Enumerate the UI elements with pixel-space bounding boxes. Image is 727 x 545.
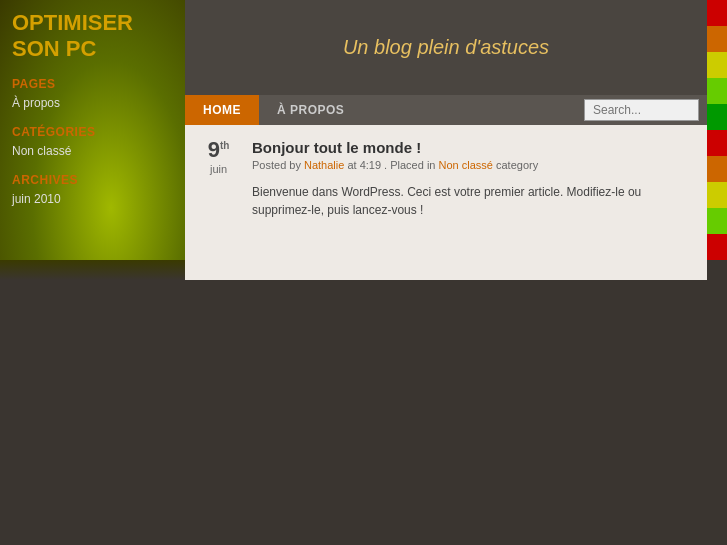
sidebar: OPTIMISER SON PC PAGES À propos CATÉGORI…	[0, 0, 185, 260]
nav-apropos[interactable]: À PROPOS	[259, 95, 362, 125]
sidebar-link-juin2010[interactable]: juin 2010	[12, 191, 173, 207]
site-title: OPTIMISER SON PC	[12, 10, 173, 63]
sidebar-link-apropos[interactable]: À propos	[12, 95, 173, 111]
sidebar-link-non-classe[interactable]: Non classé	[12, 143, 173, 159]
blog-subtitle: Un blog plein d'astuces	[343, 36, 549, 59]
categories-section-title: CATÉGORIES	[12, 125, 173, 139]
post-date-day: 9th	[201, 139, 236, 161]
bottom-area	[0, 280, 727, 545]
archives-section-title: ARCHIVES	[12, 173, 173, 187]
post-date-month: juin	[201, 163, 236, 175]
post-body: Bienvenue dans WordPress. Ceci est votre…	[252, 183, 691, 219]
search-input[interactable]	[584, 99, 699, 121]
post-meta: Posted by Nathalie at 4:19 . Placed in N…	[252, 159, 538, 171]
pages-section-title: PAGES	[12, 77, 173, 91]
post-date: 9th juin	[201, 139, 236, 175]
post-category-link[interactable]: Non classé	[439, 159, 493, 171]
navbar: HOME À PROPOS	[185, 95, 707, 125]
post-title-meta: Bonjour tout le monde ! Posted by Nathal…	[252, 139, 538, 171]
post-title: Bonjour tout le monde !	[252, 139, 538, 156]
nav-home[interactable]: HOME	[185, 95, 259, 125]
search-box	[584, 99, 699, 121]
decorative-stripes	[707, 0, 727, 260]
sidebar-bottom	[0, 260, 185, 280]
header-area: Un blog plein d'astuces	[185, 0, 707, 95]
post-author-link[interactable]: Nathalie	[304, 159, 344, 171]
post-header: 9th juin Bonjour tout le monde ! Posted …	[201, 139, 691, 175]
